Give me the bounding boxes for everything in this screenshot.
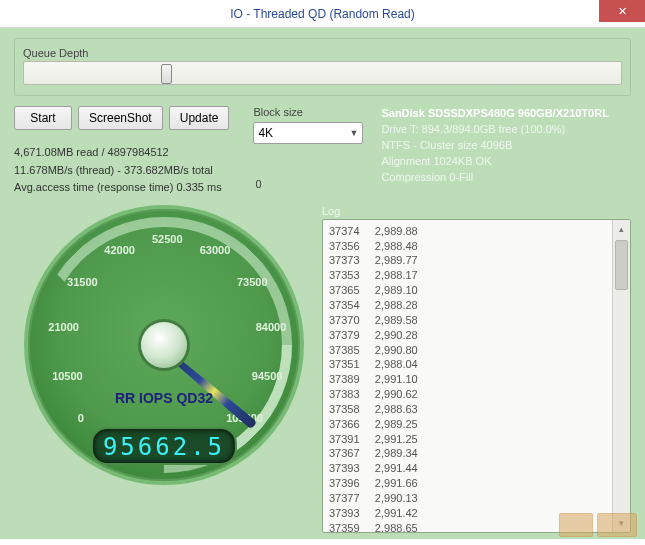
drive-comp: Compression 0-Fill (381, 170, 608, 186)
scroll-up-icon[interactable]: ▴ (613, 220, 630, 238)
stat-read: 4,671.08MB read / 4897984512 (14, 144, 229, 162)
start-button[interactable]: Start (14, 106, 72, 130)
drive-model: SanDisk SDSSDXPS480G 960GB/X210T0RL (381, 106, 608, 122)
window-title: IO - Threaded QD (Random Read) (230, 7, 415, 21)
drive-align: Alignment 1024KB OK (381, 154, 608, 170)
window-titlebar: IO - Threaded QD (Random Read) ✕ (0, 0, 645, 28)
scroll-thumb[interactable] (615, 240, 628, 290)
log-panel: Log 37374 2,989.88 37356 2,988.48 37373 … (322, 205, 631, 533)
stat-avg-access: Avg.access time (response time) 0.335 ms (14, 179, 229, 197)
blocksize-select[interactable]: 4K ▼ (253, 122, 363, 144)
drive-usage: Drive T: 894.3/894.0GB free (100.0%) (381, 122, 608, 138)
queue-depth-group: Queue Depth (14, 38, 631, 96)
gauge-title: RR IOPS QD32 (24, 390, 304, 406)
log-box: 37374 2,989.88 37356 2,988.48 37373 2,98… (322, 219, 631, 533)
stat-thread: 11.678MB/s (thread) - 373.682MB/s total (14, 162, 229, 180)
close-icon: ✕ (618, 5, 627, 18)
log-lines: 37374 2,989.88 37356 2,988.48 37373 2,98… (329, 224, 608, 528)
wm-1 (559, 513, 593, 537)
chevron-down-icon: ▼ (350, 128, 359, 138)
log-label: Log (322, 205, 631, 217)
controls-row: Start ScreenShot Update 4,671.08MB read … (14, 106, 631, 197)
gauge-hub (141, 322, 187, 368)
queue-depth-thumb[interactable] (161, 64, 172, 84)
stats-block: 4,671.08MB read / 4897984512 11.678MB/s … (14, 144, 229, 197)
update-button[interactable]: Update (169, 106, 230, 130)
gauge-readout: 95662.5 (91, 427, 237, 465)
gauge-panel: 0105002100031500420005250063000735008400… (14, 205, 314, 533)
gauge-dial: 0105002100031500420005250063000735008400… (24, 205, 304, 485)
app-body: Queue Depth Start ScreenShot Update 4,67… (0, 28, 645, 539)
log-scrollbar[interactable]: ▴ ▾ (612, 220, 630, 532)
lower-row: 0105002100031500420005250063000735008400… (14, 205, 631, 533)
blocksize-label: Block size (253, 106, 363, 118)
drive-info: SanDisk SDSSDXPS480G 960GB/X210T0RL Driv… (381, 106, 608, 186)
screenshot-button[interactable]: ScreenShot (78, 106, 163, 130)
watermark (559, 513, 637, 537)
wm-2 (597, 513, 637, 537)
queue-depth-slider[interactable] (23, 61, 622, 85)
close-button[interactable]: ✕ (599, 0, 645, 22)
blocksize-value: 4K (258, 126, 273, 140)
blocksize-group: Block size 4K ▼ 0 (253, 106, 363, 190)
extra-count: 0 (255, 178, 363, 190)
drive-fs: NTFS - Cluster size 4096B (381, 138, 608, 154)
queue-depth-label: Queue Depth (23, 47, 622, 59)
